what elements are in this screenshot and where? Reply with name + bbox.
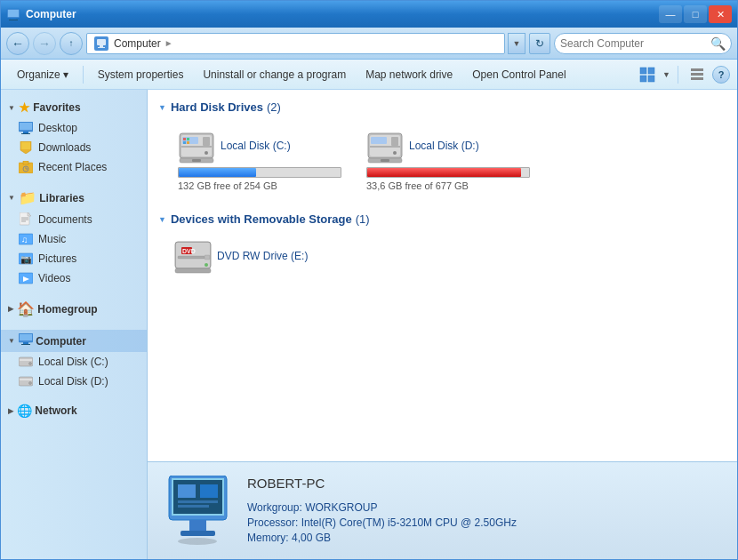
network-header[interactable]: ▶ 🌐 Network [1,400,147,421]
sidebar-item-local-c[interactable]: Local Disk (C:) [1,352,147,372]
toolbar-separator-1 [83,66,84,84]
map-drive-button[interactable]: Map network drive [357,65,461,84]
details-view-button[interactable] [686,63,709,86]
maximize-button[interactable]: □ [684,5,707,23]
sidebar-item-pictures[interactable]: 📷 Pictures [1,249,147,268]
svg-rect-55 [183,141,186,144]
address-path[interactable]: Computer ► [86,33,505,54]
sidebar-item-downloads[interactable]: Downloads [1,138,147,157]
refresh-button[interactable]: ↻ [529,33,550,54]
drive-c-progress-bar [178,167,341,178]
network-label: Network [35,404,76,417]
statusbar: ROBERT-PC Workgroup: WORKGROUP Processor… [148,461,737,559]
content-area: ▼ Hard Disk Drives (2) [148,90,737,559]
svg-rect-7 [640,68,646,74]
documents-icon [19,212,33,227]
libraries-arrow: ▼ [8,194,15,202]
titlebar: Computer — □ ✕ [1,1,737,28]
svg-rect-62 [391,137,398,146]
address-chevron: ► [164,38,173,48]
network-icon: 🌐 [17,404,32,418]
system-properties-button[interactable]: System properties [89,65,193,84]
svg-rect-82 [189,520,206,531]
libraries-header[interactable]: ▼ 📁 Libraries [1,186,147,210]
main-window: Computer — □ ✕ ← → ↑ Computer ► ▼ ↻ � [0,0,738,560]
local-d-label: Local Disk (D:) [38,375,108,388]
desktop-label: Desktop [38,122,77,134]
titlebar-buttons: — □ ✕ [659,5,732,23]
sidebar-item-videos[interactable]: Videos [1,268,147,288]
organize-button[interactable]: Organize ▾ [8,65,77,84]
back-button[interactable]: ← [6,32,29,55]
forward-button[interactable]: → [33,32,56,55]
svg-rect-64 [371,137,387,144]
search-input[interactable] [560,37,710,50]
control-panel-button[interactable]: Open Control Panel [463,65,574,84]
favorites-arrow: ▼ [8,104,15,112]
svg-rect-72 [205,255,210,260]
svg-rect-58 [192,159,201,162]
help-button[interactable]: ? [712,66,730,84]
drive-c-item[interactable]: Local Disk (C:) 132 GB free of 254 GB [171,123,349,198]
removable-arrow: ▼ [158,215,166,224]
svg-rect-68 [176,243,210,268]
music-icon: ♫ [19,232,33,246]
homegroup-header[interactable]: ▶ 🏠 Homegroup [1,297,147,321]
svg-rect-81 [178,505,209,508]
homegroup-arrow: ▶ [8,305,13,313]
uninstall-button[interactable]: Uninstall or change a program [194,65,355,84]
sidebar-item-desktop[interactable]: Desktop [1,118,147,138]
network-section: ▶ 🌐 Network [1,400,147,421]
svg-point-46 [29,382,32,385]
memory-label: Memory: [247,532,289,544]
drive-d-item[interactable]: Local Disk (D:) 33,6 GB free of 677 GB [359,123,537,198]
dvd-item[interactable]: DVD DVD RW Drive (E:) [171,235,726,277]
computer-name: ROBERT-PC [247,476,723,491]
favorites-header[interactable]: ▼ ★ Favorites [1,97,147,118]
favorites-label: Favorites [33,101,80,114]
svg-rect-1 [8,10,19,17]
svg-rect-45 [20,379,32,380]
svg-rect-80 [178,500,218,503]
search-icon: 🔍 [710,36,726,51]
downloads-label: Downloads [38,141,91,154]
downloads-icon [19,140,33,155]
view-dropdown[interactable]: ▼ [662,70,670,79]
sidebar-item-documents[interactable]: Documents [1,210,147,229]
dvd-name: DVD RW Drive (E:) [217,250,308,262]
processor-value: Intel(R) Core(TM) i5-3210M CPU @ 2.50GHz [301,516,517,529]
svg-rect-54 [187,138,189,140]
svg-rect-4 [97,39,106,45]
addressbar: ← → ↑ Computer ► ▼ ↻ 🔍 [1,28,737,60]
sidebar-item-recent-places[interactable]: Recent Places [1,157,147,177]
svg-rect-10 [648,76,654,82]
svg-text:📷: 📷 [20,253,32,265]
svg-rect-12 [691,73,703,76]
minimize-button[interactable]: — [659,5,682,23]
up-button[interactable]: ↑ [60,32,83,55]
titlebar-title: Computer [26,8,659,20]
address-dropdown[interactable]: ▼ [508,33,525,54]
documents-label: Documents [38,213,92,226]
hard-disk-count: (2) [267,100,281,114]
svg-rect-15 [20,123,32,130]
svg-text:♫: ♫ [21,235,28,244]
sidebar-item-local-d[interactable]: Local Disk (D:) [1,372,147,391]
memory-detail: Memory: 4,00 GB [247,532,723,544]
view-toggle-button[interactable] [636,63,659,86]
svg-rect-56 [187,141,189,144]
hard-disk-header: ▼ Hard Disk Drives (2) [158,100,726,114]
workgroup-label: Workgroup: [247,501,302,514]
processor-detail: Processor: Intel(R) Core(TM) i5-3210M CP… [247,516,723,529]
drive-c-name: Local Disk (C:) [221,140,291,152]
music-label: Music [38,233,66,245]
workgroup-detail: Workgroup: WORKGROUP [247,501,723,514]
dvd-icon: DVD [174,238,210,274]
sidebar-item-music[interactable]: ♫ Music [1,229,147,249]
svg-rect-8 [648,68,654,74]
svg-rect-53 [183,138,186,140]
search-box[interactable]: 🔍 [554,33,732,54]
computer-header[interactable]: ▼ Computer [1,330,147,352]
close-button[interactable]: ✕ [709,5,732,23]
drive-d-header: Local Disk (D:) [366,130,530,162]
